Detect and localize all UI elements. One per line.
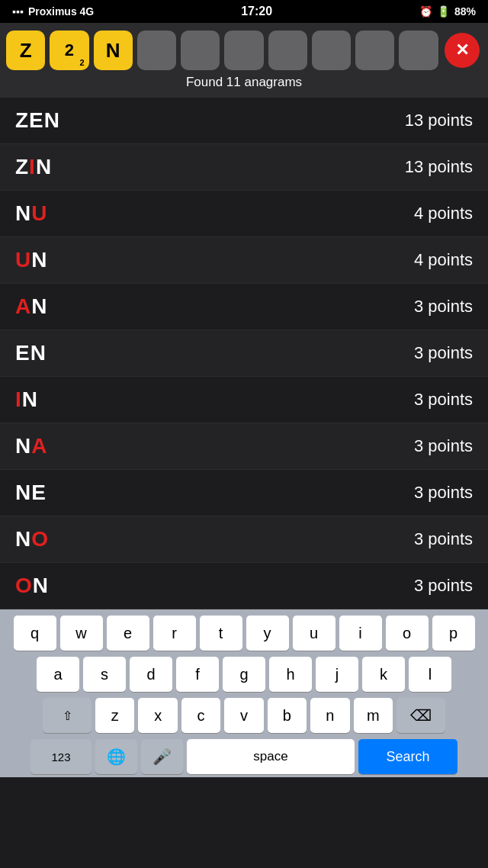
- word-points: 3 points: [414, 297, 473, 317]
- word-text: NU: [15, 201, 47, 226]
- word-text: NE: [15, 481, 47, 505]
- tile-clear-spacer: [443, 31, 482, 70]
- key-r[interactable]: r: [153, 616, 196, 651]
- key-t[interactable]: t: [200, 616, 242, 651]
- word-text: NA: [15, 434, 47, 458]
- word-points: 3 points: [414, 390, 473, 410]
- word-row[interactable]: EN3 points: [0, 330, 488, 377]
- key-i[interactable]: i: [339, 616, 382, 651]
- word-points: 3 points: [414, 576, 473, 596]
- key-y[interactable]: y: [246, 616, 289, 651]
- key-b[interactable]: b: [268, 698, 307, 733]
- tile-empty-1: [137, 31, 176, 70]
- found-message: Found 11 anagrams: [0, 75, 488, 98]
- tile-empty-4: [268, 31, 307, 70]
- status-bar: ▪▪▪ Proximus 4G 17:20 ⏰ 🔋 88%: [0, 0, 488, 23]
- tile-empty-6: [355, 31, 394, 70]
- word-text: AN: [15, 294, 47, 319]
- word-row[interactable]: NU4 points: [0, 191, 488, 237]
- battery-level: 88%: [454, 5, 476, 18]
- tile-empty-2: [181, 31, 220, 70]
- word-text: ZEN: [15, 108, 60, 133]
- keyboard-row-bottom: 123 🌐 🎤 space Search: [3, 739, 485, 774]
- word-row[interactable]: NA3 points: [0, 423, 488, 470]
- tile-empty-3: [224, 31, 263, 70]
- tile-z[interactable]: Z: [6, 31, 45, 70]
- key-k[interactable]: k: [362, 657, 405, 692]
- key-p[interactable]: p: [432, 616, 475, 651]
- key-d[interactable]: d: [130, 657, 172, 692]
- status-carrier: ▪▪▪ Proximus 4G: [12, 5, 94, 18]
- word-text: NO: [15, 527, 49, 551]
- key-q[interactable]: q: [14, 616, 56, 651]
- tile-2[interactable]: 2 2: [50, 31, 88, 70]
- word-text: IN: [15, 387, 38, 412]
- tile-row: Z 2 2 N: [0, 23, 488, 75]
- word-points: 4 points: [414, 250, 473, 270]
- key-s[interactable]: s: [83, 657, 126, 692]
- keyboard-row-1: qwertyuiop: [3, 616, 485, 651]
- word-points: 13 points: [405, 157, 473, 177]
- key-a[interactable]: a: [37, 657, 79, 692]
- keyboard: qwertyuiop asdfghjkl ⇧ zxcvbnm ⌫ 123 🌐 🎤…: [0, 609, 488, 777]
- key-j[interactable]: j: [316, 657, 358, 692]
- word-row[interactable]: ZEN13 points: [0, 98, 488, 144]
- key-z[interactable]: z: [95, 698, 134, 733]
- search-key[interactable]: Search: [358, 739, 458, 774]
- delete-icon: ⌫: [410, 706, 432, 725]
- key-u[interactable]: u: [293, 616, 336, 651]
- tile-empty-7: [399, 31, 438, 70]
- key-w[interactable]: w: [60, 616, 103, 651]
- key-l[interactable]: l: [409, 657, 451, 692]
- word-points: 3 points: [414, 343, 473, 363]
- word-row[interactable]: AN3 points: [0, 284, 488, 330]
- word-points: 3 points: [414, 483, 473, 503]
- keyboard-row-2: asdfghjkl: [3, 657, 485, 692]
- word-row[interactable]: IN3 points: [0, 377, 488, 423]
- alarm-icon: ⏰: [419, 5, 432, 18]
- word-list: ZEN13 pointsZIN13 pointsNU4 pointsUN4 po…: [0, 98, 488, 609]
- shift-key[interactable]: ⇧: [43, 698, 92, 733]
- key-v[interactable]: v: [224, 698, 263, 733]
- word-points: 3 points: [414, 529, 473, 549]
- word-text: EN: [15, 341, 47, 365]
- word-row[interactable]: UN4 points: [0, 237, 488, 284]
- word-row[interactable]: ON3 points: [0, 563, 488, 609]
- key-o[interactable]: o: [386, 616, 429, 651]
- signal-icon: ▪▪▪: [12, 5, 24, 18]
- globe-key[interactable]: 🌐: [95, 739, 137, 774]
- key-m[interactable]: m: [354, 698, 393, 733]
- tile-n[interactable]: N: [94, 31, 133, 70]
- status-time: 17:20: [241, 5, 272, 18]
- delete-key[interactable]: ⌫: [396, 698, 445, 733]
- key-x[interactable]: x: [138, 698, 177, 733]
- numbers-key[interactable]: 123: [30, 739, 92, 774]
- word-row[interactable]: ZIN13 points: [0, 144, 488, 191]
- tile-empty-5: [312, 31, 351, 70]
- status-right: ⏰ 🔋 88%: [419, 5, 476, 18]
- mic-key[interactable]: 🎤: [141, 739, 183, 774]
- word-points: 4 points: [414, 204, 473, 223]
- key-g[interactable]: g: [223, 657, 265, 692]
- word-row[interactable]: NE3 points: [0, 470, 488, 516]
- keyboard-row-3: ⇧ zxcvbnm ⌫: [3, 698, 485, 733]
- clear-button[interactable]: [445, 33, 480, 68]
- key-f[interactable]: f: [176, 657, 219, 692]
- key-e[interactable]: e: [107, 616, 149, 651]
- battery-icon: 🔋: [437, 5, 450, 18]
- key-n[interactable]: n: [310, 698, 349, 733]
- key-h[interactable]: h: [269, 657, 312, 692]
- word-points: 3 points: [414, 436, 473, 456]
- word-text: ZIN: [15, 155, 52, 179]
- word-points: 13 points: [405, 111, 473, 130]
- key-c[interactable]: c: [181, 698, 220, 733]
- word-text: UN: [15, 248, 47, 272]
- space-key[interactable]: space: [187, 739, 355, 774]
- word-text: ON: [15, 574, 49, 598]
- word-row[interactable]: NO3 points: [0, 516, 488, 563]
